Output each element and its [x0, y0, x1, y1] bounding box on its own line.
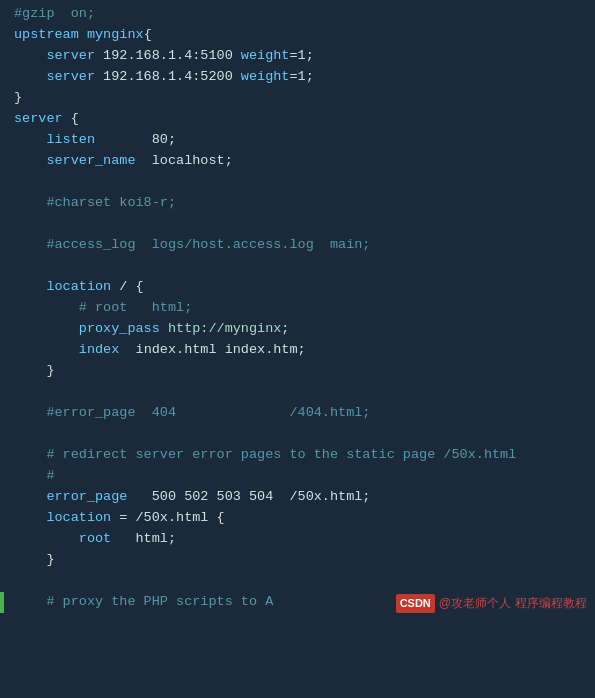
line-indicator: [0, 592, 4, 613]
watermark-logo: CSDN: [396, 594, 435, 613]
code-line: #error_page 404 /404.html;: [0, 403, 595, 424]
code-line: [0, 214, 595, 235]
code-line: root html;: [0, 529, 595, 550]
code-line: index index.html index.htm;: [0, 340, 595, 361]
code-line: server {: [0, 109, 595, 130]
code-line: #: [0, 466, 595, 487]
code-line: [0, 172, 595, 193]
code-line: upstream mynginx{: [0, 25, 595, 46]
watermark-site: 程序编程教程: [515, 594, 587, 613]
code-line: location / {: [0, 277, 595, 298]
code-line: #charset koi8-r;: [0, 193, 595, 214]
code-container: #gzip on; upstream mynginx{ server 192.1…: [0, 0, 595, 698]
code-line: #access_log logs/host.access.log main;: [0, 235, 595, 256]
code-line: }: [0, 361, 595, 382]
watermark-username: @攻老师个人: [439, 594, 511, 613]
code-line: #gzip on;: [0, 4, 595, 25]
code-line: server_name localhost;: [0, 151, 595, 172]
code-line: [0, 256, 595, 277]
code-line: }: [0, 88, 595, 109]
code-line: location = /50x.html {: [0, 508, 595, 529]
code-line: error_page 500 502 503 504 /50x.html;: [0, 487, 595, 508]
code-line: [0, 571, 595, 592]
code-line: # root html;: [0, 298, 595, 319]
code-line: }: [0, 550, 595, 571]
code-line: [0, 424, 595, 445]
code-line: proxy_pass http://mynginx;: [0, 319, 595, 340]
code-line-highlighted: # proxy the PHP scripts to A CSDN @攻老师个人…: [0, 592, 595, 613]
code-line: server 192.168.1.4:5100 weight=1;: [0, 46, 595, 67]
code-line: listen 80;: [0, 130, 595, 151]
code-line: # redirect server error pages to the sta…: [0, 445, 595, 466]
code-line: server 192.168.1.4:5200 weight=1;: [0, 67, 595, 88]
code-line: [0, 382, 595, 403]
